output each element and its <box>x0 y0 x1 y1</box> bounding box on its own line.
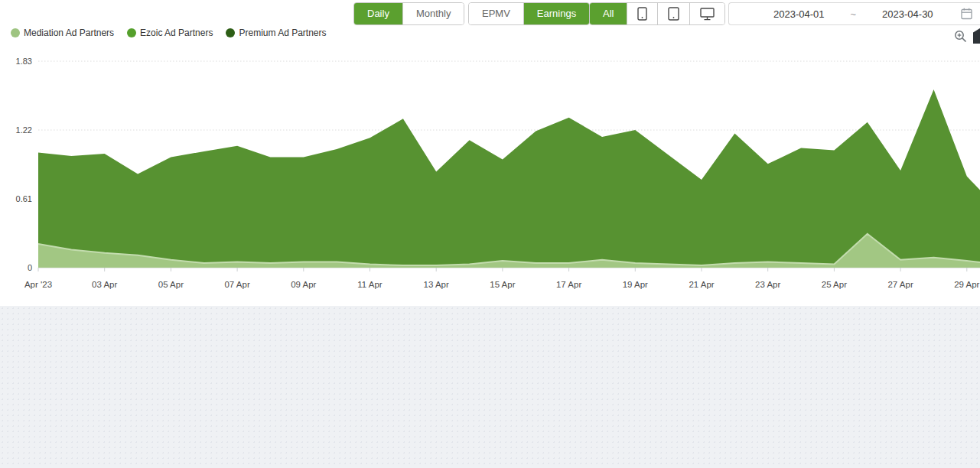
legend-label: Premium Ad Partners <box>239 28 326 38</box>
svg-text:19 Apr: 19 Apr <box>623 280 648 289</box>
earnings-area-chart[interactable]: 00.611.221.83Apr '2303 Apr05 Apr07 Apr09… <box>0 0 980 306</box>
epmv-button[interactable]: EPMV <box>469 3 523 24</box>
legend-item-mediation[interactable]: Mediation Ad Partners <box>11 28 114 38</box>
date-end[interactable]: 2023-04-30 <box>882 8 933 20</box>
date-range-picker[interactable]: 2023-04-01 ~ 2023-04-30 <box>728 2 980 25</box>
metric-toggle-group: EPMV Earnings <box>468 2 590 25</box>
svg-text:11 Apr: 11 Apr <box>357 280 383 289</box>
dashboard-page: Daily Monthly EPMV Earnings All <box>0 0 980 468</box>
svg-text:25 Apr: 25 Apr <box>822 280 847 289</box>
mediation-legend-dot-icon <box>11 28 20 37</box>
svg-text:23 Apr: 23 Apr <box>755 280 780 289</box>
legend-label: Ezoic Ad Partners <box>140 28 213 38</box>
device-mobile-button[interactable] <box>627 3 657 24</box>
device-filter-group: All <box>589 2 725 25</box>
svg-text:27 Apr: 27 Apr <box>887 280 913 289</box>
svg-text:29 Apr: 29 Apr <box>954 280 979 289</box>
legend-item-premium[interactable]: Premium Ad Partners <box>226 28 326 38</box>
svg-text:1.83: 1.83 <box>16 57 32 66</box>
daily-button[interactable]: Daily <box>354 3 402 24</box>
tablet-icon <box>668 7 679 21</box>
premium-legend-dot-icon <box>226 28 235 37</box>
svg-text:09 Apr: 09 Apr <box>291 280 316 289</box>
monthly-button[interactable]: Monthly <box>402 3 464 24</box>
chart-tools <box>954 28 980 44</box>
svg-text:03 Apr: 03 Apr <box>92 280 117 289</box>
legend-item-ezoic[interactable]: Ezoic Ad Partners <box>127 28 213 38</box>
ezoic-legend-dot-icon <box>127 28 136 37</box>
device-desktop-button[interactable] <box>689 3 724 24</box>
svg-text:1.22: 1.22 <box>16 125 32 135</box>
zoom-in-icon[interactable] <box>954 30 967 43</box>
date-separator: ~ <box>851 8 857 20</box>
svg-text:05 Apr: 05 Apr <box>158 280 184 289</box>
chart-canvas[interactable]: 00.611.221.83Apr '2303 Apr05 Apr07 Apr09… <box>0 40 980 300</box>
device-tablet-button[interactable] <box>657 3 689 24</box>
chart-menu-icon[interactable] <box>973 28 980 44</box>
device-all-button[interactable]: All <box>590 3 627 24</box>
svg-text:Apr '23: Apr '23 <box>24 280 52 289</box>
interval-toggle-group: Daily Monthly <box>353 2 464 25</box>
desktop-monitor-icon <box>700 8 715 21</box>
date-start[interactable]: 2023-04-01 <box>773 8 825 20</box>
svg-text:13 Apr: 13 Apr <box>424 280 449 289</box>
svg-text:0: 0 <box>28 263 32 272</box>
chart-legend: Mediation Ad Partners Ezoic Ad Partners … <box>11 28 327 38</box>
toolbar: Daily Monthly EPMV Earnings All <box>0 0 980 28</box>
svg-text:21 Apr: 21 Apr <box>689 280 714 289</box>
mobile-phone-icon <box>637 7 647 21</box>
earnings-button[interactable]: Earnings <box>523 3 589 24</box>
calendar-icon <box>961 8 972 20</box>
svg-text:0.61: 0.61 <box>16 194 32 203</box>
svg-text:17 Apr: 17 Apr <box>556 280 581 289</box>
svg-text:07 Apr: 07 Apr <box>224 280 249 289</box>
svg-text:15 Apr: 15 Apr <box>490 280 515 289</box>
totals-section: TOTALS Visits Ezoic Ad Partners Mediatio… <box>0 306 980 468</box>
legend-label: Mediation Ad Partners <box>24 28 114 38</box>
